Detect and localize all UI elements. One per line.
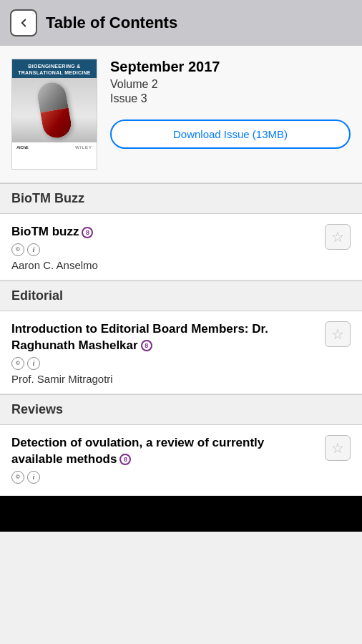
article-content: Detection of ovulation, a review of curr… [11,435,316,487]
section-header-editorial: Editorial [0,280,362,311]
cc-icon: © [11,357,24,370]
back-button[interactable] [10,9,37,36]
section-title-reviews: Reviews [11,402,63,416]
article-title: Detection of ovulation, a review of curr… [11,435,316,468]
section-title-editorial: Editorial [11,288,63,303]
info-icon: i [27,357,40,370]
list-item[interactable]: Introduction to Editorial Board Members:… [0,311,362,394]
article-content: Introduction to Editorial Board Members:… [11,321,316,385]
cc-icon: © [11,243,24,256]
cover-illustration [12,78,97,142]
app-header: Table of Contents [0,0,362,46]
bookmark-button[interactable]: ☆ [325,224,351,250]
star-icon: ☆ [331,441,344,455]
issue-card: BIOENGINEERING & TRANSLATIONAL MEDICINE … [0,46,362,183]
bookmark-button[interactable]: ☆ [325,321,351,347]
open-access-icon: 8 [119,454,131,465]
info-icon: i [27,243,40,256]
article-title: BioTM buzz8 [11,224,316,240]
section-title-biotm-buzz: BioTM Buzz [11,191,84,205]
bookmark-button[interactable]: ☆ [325,435,351,461]
issue-date: September 2017 [110,59,351,75]
license-row: ©i [11,243,316,256]
cover-image: BIOENGINEERING & TRANSLATIONAL MEDICINE … [11,59,97,170]
info-icon: i [27,471,40,484]
license-row: ©i [11,471,316,484]
article-author: Prof. Samir Mitragotri [11,373,316,385]
cover-publishers: AIChE WILEY [12,142,97,152]
article-title: Introduction to Editorial Board Members:… [11,321,316,354]
article-content: BioTM buzz8©iAaron C. Anselmo [11,224,316,271]
section-header-reviews: Reviews [0,394,362,425]
open-access-icon: 8 [82,227,93,238]
aiche-logo: AIChE [16,145,29,150]
list-item[interactable]: Detection of ovulation, a review of curr… [0,425,362,496]
list-item[interactable]: BioTM buzz8©iAaron C. Anselmo☆ [0,214,362,280]
issue-number: Issue 3 [110,92,351,105]
download-issue-button[interactable]: Download Issue (13MB) [110,119,351,149]
star-icon: ☆ [331,230,344,244]
section-header-biotm-buzz: BioTM Buzz [0,183,362,214]
open-access-icon: 8 [141,340,152,351]
page-title: Table of Contents [46,14,177,32]
issue-info: September 2017 Volume 2 Issue 3 Download… [110,59,351,149]
license-row: ©i [11,357,316,370]
issue-volume: Volume 2 [110,78,351,91]
article-author: Aaron C. Anselmo [11,259,316,271]
cover-journal-name: BIOENGINEERING & TRANSLATIONAL MEDICINE [12,59,97,78]
bottom-bar [0,496,362,532]
cc-icon: © [11,471,24,484]
star-icon: ☆ [331,327,344,341]
wiley-logo: WILEY [75,145,92,150]
sections-container: BioTM BuzzBioTM buzz8©iAaron C. Anselmo☆… [0,183,362,496]
